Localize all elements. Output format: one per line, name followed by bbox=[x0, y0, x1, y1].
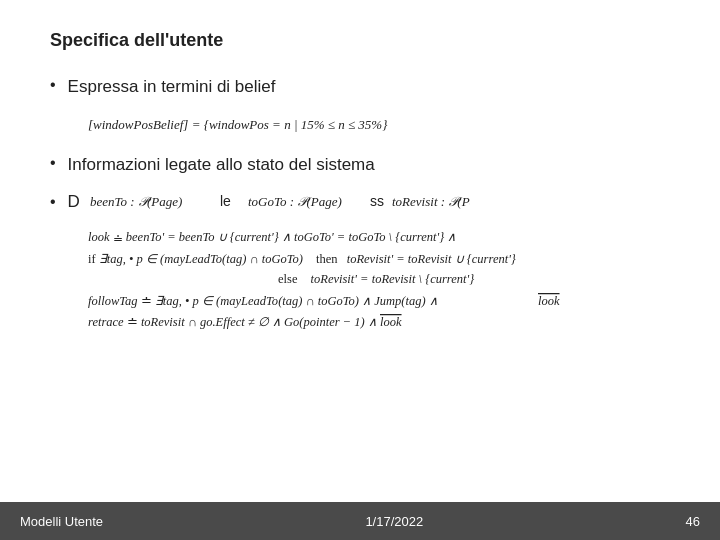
svg-text:look: look bbox=[538, 294, 560, 308]
svg-text:[windowPosBelief] = {windowPos: [windowPosBelief] = {windowPos = n | 15%… bbox=[88, 117, 388, 132]
bullet-dot-2: • bbox=[50, 154, 56, 172]
bullet-item-1: • Espressa in termini di belief bbox=[50, 75, 670, 99]
bullet-item-3-row: • D beenTo : 𝒫(Page) le toGoTo : 𝒫(Page)… bbox=[50, 189, 670, 215]
slide-content: Specifica dell'utente • Espressa in term… bbox=[0, 0, 720, 502]
svg-text:look
          ≐
           be: look ≐ beenTo' = beenTo ∪ {current'} ∧ t… bbox=[88, 230, 456, 246]
footer-date: 1/17/2022 bbox=[365, 514, 423, 529]
bullet-text-3: D beenTo : 𝒫(Page) le toGoTo : 𝒫(Page) s… bbox=[68, 189, 470, 215]
svg-text:else
          toRevisit' = to: else toRevisit' = toRevisit \ {current'} bbox=[278, 272, 474, 286]
svg-text:ss: ss bbox=[370, 193, 384, 209]
bullet3-d: D bbox=[68, 192, 80, 212]
svg-text:followTag
           ≐ 
      : followTag ≐ ∃tag, • p ∈ (mayLeadTo(tag) … bbox=[88, 294, 438, 308]
svg-text:toRevisit : 𝒫(Page): toRevisit : 𝒫(Page) bbox=[392, 194, 470, 209]
svg-text:if ∃tag, • p ∈ (mayLeadTo(tag): if ∃tag, • p ∈ (mayLeadTo(tag) ∩ toGoTo)… bbox=[88, 252, 516, 266]
big-formula-block: look ≐ beenTo' = beenTo ∪ {current'} ∧ t… bbox=[78, 223, 670, 341]
bullet-item-2: • Informazioni legate allo stato del sis… bbox=[50, 153, 670, 177]
bullet-dot-1: • bbox=[50, 76, 56, 94]
svg-text:toGoTo : 𝒫(Page): toGoTo : 𝒫(Page) bbox=[248, 194, 342, 209]
slide-container: Specifica dell'utente • Espressa in term… bbox=[0, 0, 720, 540]
footer-course: Modelli Utente bbox=[20, 514, 103, 529]
svg-text:le: le bbox=[220, 193, 231, 209]
bullet-text-2: Informazioni legate allo stato del siste… bbox=[68, 153, 375, 177]
formula-windowposbelief: [windowPosBelief] = {windowPos = n | 15%… bbox=[78, 111, 670, 143]
slide-title: Specifica dell'utente bbox=[50, 30, 670, 51]
slide-footer: Modelli Utente 1/17/2022 46 bbox=[0, 502, 720, 540]
svg-text:beenTo : 𝒫(Page): beenTo : 𝒫(Page) bbox=[90, 194, 182, 209]
svg-text:retrace
           ≐ 
        : retrace ≐ toRevisit ∩ go.Effect ≠ ∅ ∧ Go… bbox=[88, 315, 402, 329]
bullet-text-1: Espressa in termini di belief bbox=[68, 75, 276, 99]
bullet-dot-3: • bbox=[50, 193, 56, 211]
footer-page: 46 bbox=[686, 514, 700, 529]
